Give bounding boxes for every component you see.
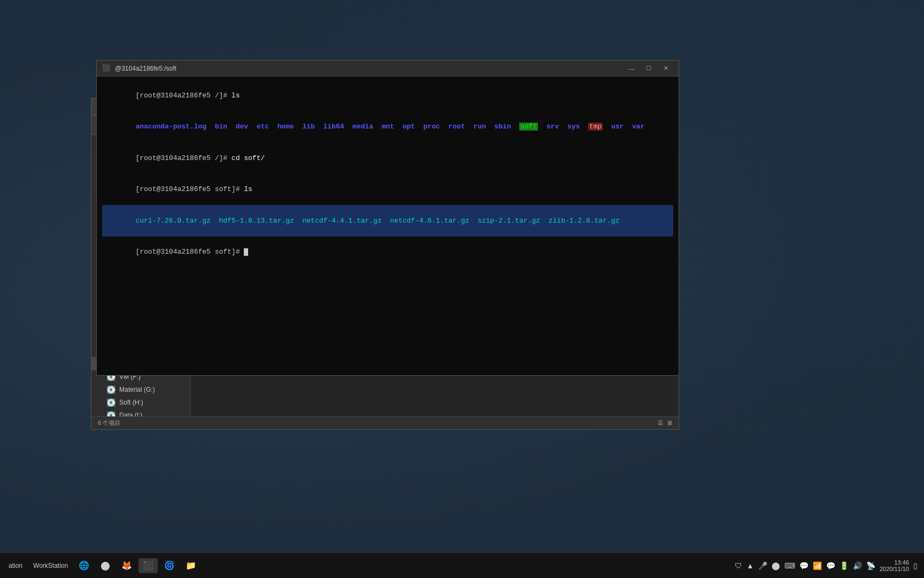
tray-wifi-icon[interactable]: 📡 <box>866 561 875 570</box>
terminal-taskbar-icon: ⬛ <box>143 560 153 571</box>
taskbar-item-browser3[interactable]: 🌀 <box>160 558 179 573</box>
browser2-icon: 🦊 <box>121 560 132 571</box>
explorer-taskbar-icon: 📁 <box>186 560 196 571</box>
sidebar-item-drive-h[interactable]: 💽 Soft (H:) <box>91 396 190 409</box>
taskbar-item-terminal[interactable]: ⬛ <box>138 558 158 573</box>
drive-g-icon: 💽 <box>106 385 115 394</box>
terminal-window: ⬛ @3104a2186fe5:/soft — ☐ ✕ [root@3104a2… <box>96 60 679 376</box>
term-line-2: anaconda-post.log bin dev etc home lib l… <box>102 111 673 143</box>
clock-time: 13:46 <box>880 559 909 566</box>
taskbar-left: ation WorkStation 🌐 ⬤ 🦊 ⬛ 🌀 📁 <box>0 558 205 573</box>
sidebar-item-drive-i[interactable]: 💽 Data (I:) <box>91 409 190 416</box>
terminal-maximize-btn[interactable]: ☐ <box>641 63 656 74</box>
status-bar: 6 个项目 ☰ ⊞ <box>91 416 679 429</box>
chrome-icon: ⬤ <box>100 560 111 571</box>
taskbar-item-workstation[interactable]: WorkStation <box>29 560 72 572</box>
taskbar-ation-label: ation <box>9 562 22 569</box>
term-line-4: [root@3104a2186fe5 soft]# ls <box>102 174 673 206</box>
show-desktop-btn[interactable]: ▯ <box>913 561 918 570</box>
clock-date: 2020/11/10 <box>880 566 909 572</box>
sidebar-item-drive-g[interactable]: 💽 Material (G:) <box>91 383 190 396</box>
tray-keyboard-icon[interactable]: ⌨ <box>784 561 795 570</box>
terminal-icon: ⬛ <box>102 64 111 73</box>
taskbar-item-chrome[interactable]: ⬤ <box>96 558 115 573</box>
taskbar-workstation-label: WorkStation <box>33 562 68 569</box>
terminal-title: @3104a2186fe5:/soft <box>115 65 620 72</box>
taskbar-item-ation[interactable]: ation <box>4 560 27 572</box>
tray-circle-icon[interactable]: ⬤ <box>772 561 780 570</box>
term-line-1: [root@3104a2186fe5 /]# ls <box>102 80 673 111</box>
tray-network-icon[interactable]: 📶 <box>813 561 822 570</box>
taskbar-tray-icons: 🛡 ▲ 🎤 ⬤ ⌨ 💬 📶 💬 🔋 🔊 📡 <box>735 561 875 570</box>
terminal-titlebar: ⬛ @3104a2186fe5:/soft — ☐ ✕ <box>97 60 679 77</box>
status-right: ☰ ⊞ <box>658 420 672 427</box>
terminal-window-controls: — ☐ ✕ <box>624 63 673 74</box>
tray-battery-icon[interactable]: 🔋 <box>840 561 849 570</box>
tray-mic-icon[interactable]: 🎤 <box>758 561 767 570</box>
terminal-close-btn[interactable]: ✕ <box>658 63 673 74</box>
taskbar-item-browser2[interactable]: 🦊 <box>117 558 136 573</box>
term-line-5: curl-7.26.0.tar.gz hdf5-1.8.13.tar.gz ne… <box>102 205 673 237</box>
tray-chat2-icon[interactable]: 💬 <box>826 561 835 570</box>
taskbar-right: 🛡 ▲ 🎤 ⬤ ⌨ 💬 📶 💬 🔋 🔊 📡 13:46 2020/11/10 ▯ <box>728 559 924 572</box>
ie-icon: 🌐 <box>79 560 89 571</box>
tray-volume-icon[interactable]: 🔊 <box>853 561 862 570</box>
tray-security-icon[interactable]: 🛡 <box>735 561 742 570</box>
tray-chevron-icon[interactable]: ▲ <box>746 561 754 570</box>
term-line-3: [root@3104a2186fe5 /]# cd soft/ <box>102 142 673 174</box>
view-details-icon[interactable]: ☰ <box>658 420 663 427</box>
taskbar-item-explorer[interactable]: 📁 <box>181 558 201 573</box>
view-tiles-icon[interactable]: ⊞ <box>667 420 672 427</box>
terminal-minimize-btn[interactable]: — <box>624 63 639 74</box>
drive-i-icon: 💽 <box>106 411 115 416</box>
drive-h-icon: 💽 <box>106 398 115 407</box>
sidebar-drive-g-label: Material (G:) <box>119 386 155 393</box>
taskbar-item-ie[interactable]: 🌐 <box>74 558 94 573</box>
desktop: 🗂 本地磁盘 (E:) — ☐ ✕ ◀ ▶ ↑ ↻ 此电脑 › 本地磁盘 (E:… <box>0 0 924 578</box>
sidebar-drive-i-label: Data (I:) <box>119 412 142 416</box>
sidebar-drive-h-label: Soft (H:) <box>119 399 143 406</box>
status-text: 6 个项目 <box>98 419 120 427</box>
cursor <box>244 248 248 256</box>
tray-chat-icon[interactable]: 💬 <box>799 561 808 570</box>
terminal-content[interactable]: [root@3104a2186fe5 /]# ls anaconda-post.… <box>97 77 679 375</box>
browser3-icon: 🌀 <box>164 560 175 571</box>
taskbar-clock[interactable]: 13:46 2020/11/10 <box>880 559 909 572</box>
term-line-6: [root@3104a2186fe5 soft]# <box>102 237 673 268</box>
taskbar: ation WorkStation 🌐 ⬤ 🦊 ⬛ 🌀 📁 <box>0 552 924 578</box>
